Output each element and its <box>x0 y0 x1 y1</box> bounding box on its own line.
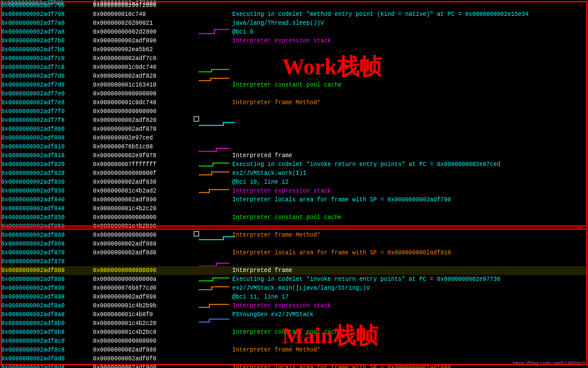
addr-cell: 0x0000000002adf830 <box>0 178 91 187</box>
addr-cell: 0x0000000002adf8b0 <box>0 319 91 328</box>
table-row: 0x0000000002adf8100x000000076b51c08 <box>0 142 588 151</box>
table-row: 0x0000000002adf7b00x0000000002adf890Inte… <box>0 37 588 45</box>
table-row: 0x0000000002adf8680x0000000002adf888 <box>0 240 588 248</box>
ann-cell: Interpreter expression stack <box>197 301 588 310</box>
table-row: 0x0000000002adf8600x0000000000000000Inte… <box>0 231 588 240</box>
addr-cell: 0x0000000002adf800 <box>0 125 91 134</box>
val-cell: 0x000000000000000a <box>91 275 197 284</box>
val-cell: 0x000000007fffffff <box>91 160 197 169</box>
ann-cell: Interpreter constant pool cache <box>197 81 588 89</box>
table-row: 0x0000000002adf7f00x0000000000000000 <box>0 107 588 116</box>
val-cell: 0x000000002e97ced <box>91 134 197 142</box>
table-row: 0x0000000002adf7e80x000000001c0dc748Inte… <box>0 98 588 107</box>
addr-cell: 0x0000000002adf7b0 <box>0 37 91 45</box>
ann-cell: @bci 10, line 12 <box>197 178 588 187</box>
table-row: 0x0000000002adf8480x000000001c4b2c20 <box>0 204 588 213</box>
addr-cell: 0x0000000002adf828 <box>0 169 91 178</box>
addr-cell: 0x0000000002adf8d0 <box>0 354 91 363</box>
val-cell <box>91 257 197 266</box>
table-row: 0x0000000002adf8200x000000007fffffffExec… <box>0 160 588 169</box>
addr-cell: 0x0000000002adf7d0 <box>0 72 91 81</box>
addr-cell: 0x0000000002adf870 <box>0 248 91 257</box>
val-cell: 0x0000000002adf888 <box>91 346 197 354</box>
addr-cell: 0x0000000002adf8c8 <box>0 346 91 354</box>
ann-cell: Executing in codelet "invoke return entr… <box>197 275 588 284</box>
work-frame-label: Work栈帧 <box>282 52 382 82</box>
ann-cell: @bci 11, line 17 <box>197 293 588 301</box>
addr-cell: 0x0000000002adf7c0 <box>0 54 91 63</box>
table-row: 0x0000000002adf7f80x0000000002adf820 <box>0 116 588 125</box>
ann-cell: Interpreter locals area for frame with S… <box>197 195 588 204</box>
addr-cell: 0x0000000002adf810 <box>0 142 91 151</box>
table-row: 0x0000000002adf8d00x0000000002adf8f0 <box>0 354 588 363</box>
ann-cell: Interpreted frame <box>197 151 588 160</box>
val-cell: 0x000000076b8f7cd0 <box>91 284 197 293</box>
val-cell: 0x0000000002adf888 <box>91 240 197 248</box>
ann-cell: Interpreter constant pool cache <box>197 213 588 222</box>
table-row: 0x0000000002adf8080x000000002e97ced <box>0 134 588 142</box>
table-row: 0x0000000002adf8180x0000000002e9f978Inte… <box>0 151 588 160</box>
ann-cell: java/lang/Thread.sleep(J)V <box>197 19 588 28</box>
addr-cell: 0x0000000002adf7b8 <box>0 45 91 54</box>
addr-cell: 0x0000000002adf808 <box>0 134 91 142</box>
ann-cell: Interpreter frame Method* <box>197 231 588 240</box>
table-row: 0x0000000002adf7980x000000010c748Executi… <box>0 10 588 19</box>
ann-cell: Interpreter frame Method* <box>197 346 588 354</box>
val-cell: 0x0000000002adf898 <box>91 293 197 301</box>
addr-cell: 0x0000000002adf8d8 <box>0 363 91 368</box>
addr-cell: 0x0000000002adf8b8 <box>0 328 91 337</box>
table-row: 0x0000000002adf8700x0000000002adf8d8Inte… <box>0 248 588 257</box>
val-cell: 0x0000000002e9f978 <box>91 151 197 160</box>
table-row: 0x0000000002adf7900x00000000200f2000 <box>0 1 588 10</box>
addr-cell: 0x0000000002adf8a8 <box>0 310 91 319</box>
table-row: 0x0000000002adf8580x000000001c4b2b08 <box>0 222 588 231</box>
ann-cell: ex2/JVMStack.main([Ljava/lang/String;)V <box>197 284 588 293</box>
table-row: 0x0000000002adf7d80x000000001c163410Inte… <box>0 81 588 89</box>
val-cell: 0x000000001c0dc740 <box>91 63 197 72</box>
val-cell: 0x0000000000000000 <box>91 89 197 98</box>
val-cell: 0x000000020200021 <box>91 19 197 28</box>
val-cell: 0x000000001c4b2c20 <box>91 204 197 213</box>
addr-cell: 0x0000000002adf878 <box>0 257 91 266</box>
addr-cell: 0x0000000002adf818 <box>0 151 91 160</box>
val-cell: 0x0000000002adf828 <box>91 72 197 81</box>
val-cell: 0x0000000002adf8d8 <box>91 248 197 257</box>
val-cell: 0x000000001c4b2ad2 <box>91 187 197 195</box>
addr-cell: 0x0000000002adf890 <box>0 284 91 293</box>
addr-cell: 0x0000000002adf790 <box>0 1 91 10</box>
addr-cell: 0x0000000002adf868 <box>0 240 91 248</box>
val-cell: 0x0000000002adf8f0 <box>91 354 197 363</box>
addr-cell: 0x0000000002adf7a8 <box>0 28 91 37</box>
val-cell: 0x000000076b51c08 <box>91 142 197 151</box>
val-cell: 0x0000000000000000 <box>91 107 197 116</box>
table-row: 0x0000000002adf8900x000000076b8f7cd0ex2/… <box>0 284 588 293</box>
ann-cell: Executing in codelet "invoke return entr… <box>197 160 588 169</box>
addr-cell: 0x0000000002adf880 <box>0 266 91 275</box>
val-cell: 0x000000001c4b8f0 <box>91 310 197 319</box>
addr-cell: 0x0000000002adf898 <box>0 293 91 301</box>
val-cell: 0x0000000000000000 <box>91 337 197 346</box>
val-cell: 0x0000000002adf820 <box>91 116 197 125</box>
val-cell: 0x0000000000000096 <box>91 266 197 275</box>
ann-cell: Interpreter frame Method* <box>197 98 588 107</box>
ann-cell: Interpreter locals area for frame with S… <box>197 248 588 257</box>
addr-cell: 0x0000000002adf7f8 <box>0 116 91 125</box>
table-row: 0x0000000002adf8380x000000001c4b2ad2Inte… <box>0 187 588 195</box>
addr-cell: 0x0000000002adf8a0 <box>0 301 91 310</box>
val-cell: 0x0000000002adf7c0 <box>91 54 197 63</box>
table-row: 0x0000000002adf8880x000000000000000aExec… <box>0 275 588 284</box>
ann-cell: @bci 0 <box>197 28 588 37</box>
addr-cell: 0x0000000002adf850 <box>0 213 91 222</box>
val-cell: 0x000000001c4b2bc8 <box>91 328 197 337</box>
table-row: 0x0000000002adf8000x0000000002adf870 <box>0 125 588 134</box>
addr-cell: 0x0000000002adf7c8 <box>0 63 91 72</box>
url-label: https://blog.csdn.net/61900/m3 <box>513 360 585 366</box>
ann-cell: Interpreted frame <box>197 266 588 275</box>
table-row: 0x0000000002adf8300x0000000002adf830@bci… <box>0 178 588 187</box>
table-row: 0x0000000002adf8d80x0000000002adf9d0Inte… <box>0 363 588 368</box>
table-row: 0x0000000002adf8280x000000000000000fex2/… <box>0 169 588 178</box>
ann-cell: PSYoungGen ex2/JVMStack <box>197 310 588 319</box>
addr-cell: 0x0000000002adf838 <box>0 187 91 195</box>
addr-cell: 0x0000000002adf7e0 <box>0 89 91 98</box>
table-row: 0x0000000002adf8800x0000000000000096Inte… <box>0 266 588 275</box>
